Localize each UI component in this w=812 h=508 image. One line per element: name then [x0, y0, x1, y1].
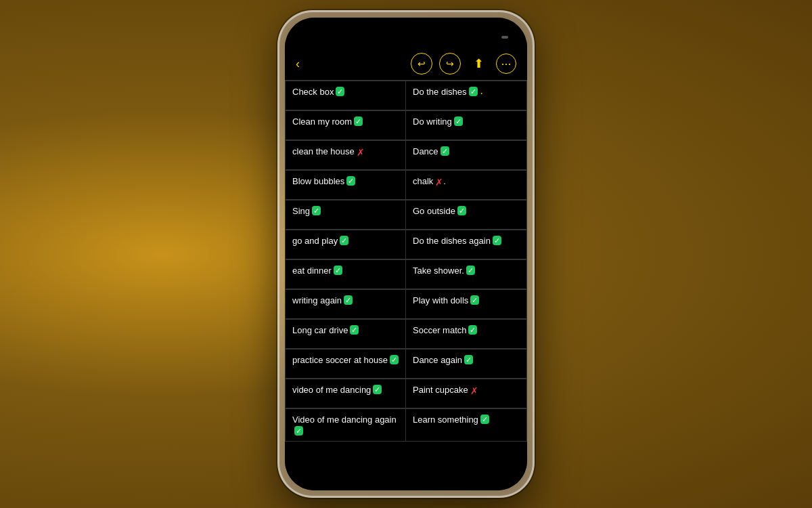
list-item: Paint cupcake✗ — [406, 379, 527, 408]
list-item: Video of me dancing again✓ — [285, 408, 406, 442]
list-item: clean the house✗ — [285, 140, 406, 170]
share-icon[interactable]: ⬆ — [468, 53, 489, 75]
check-icon: ✓ — [470, 295, 479, 305]
check-icon: ✓ — [457, 206, 466, 215]
nav-bar: ‹ ↩ ↪ ⬆ ··· — [285, 47, 527, 80]
check-icon: ✓ — [464, 355, 473, 364]
list-item: Go outside✓ — [406, 200, 527, 230]
check-icon: ✓ — [336, 87, 344, 96]
check-icon: ✓ — [441, 146, 449, 156]
check-icon: ✓ — [354, 117, 363, 126]
list-item: go and play✓ — [285, 230, 406, 259]
check-icon: ✓ — [469, 87, 478, 96]
phone-screen: ‹ ↩ ↪ ⬆ ··· Check box✓Do the dishes✓·Cle… — [285, 18, 527, 490]
back-button[interactable]: ‹ — [296, 57, 302, 71]
list-item: Check box✓ — [285, 81, 406, 110]
undo-icon[interactable]: ↩ — [411, 53, 432, 75]
list-item: Dance again✓ — [406, 349, 527, 379]
dot-icon: · — [480, 87, 483, 101]
chevron-left-icon: ‹ — [296, 57, 300, 71]
list-item: Long car drive✓ — [285, 319, 406, 349]
check-icon: ✓ — [312, 206, 321, 215]
phone-wrapper: ‹ ↩ ↪ ⬆ ··· Check box✓Do the dishes✓·Cle… — [277, 10, 535, 498]
list-item: Take shower.✓ — [406, 259, 527, 289]
check-icon: ✓ — [390, 355, 399, 364]
check-icon: ✓ — [454, 117, 463, 126]
list-item: Soccer match✓ — [406, 319, 527, 349]
check-icon: ✓ — [340, 236, 348, 245]
list-item: Do the dishes again✓ — [406, 230, 527, 259]
nav-icons: ↩ ↪ ⬆ ··· — [411, 53, 516, 75]
redo-icon[interactable]: ↪ — [439, 53, 461, 75]
status-bar — [285, 18, 527, 47]
list-item: Blow bubbles✓ — [285, 170, 406, 200]
content-area: Check box✓Do the dishes✓·Clean my room✓D… — [285, 80, 527, 490]
status-right — [499, 36, 508, 39]
list-item: Sing✓ — [285, 200, 406, 230]
check-icon: ✓ — [350, 325, 359, 335]
checklist-grid: Check box✓Do the dishes✓·Clean my room✓D… — [285, 80, 527, 442]
battery-badge — [501, 36, 508, 39]
check-icon: ✓ — [493, 236, 501, 245]
check-icon: ✓ — [294, 426, 303, 436]
list-item: Do the dishes✓· — [406, 81, 527, 110]
list-item: chalk✗. — [406, 170, 527, 200]
list-item: eat dinner✓ — [285, 259, 406, 289]
list-item: video of me dancing✓ — [285, 379, 406, 408]
list-item: Play with dolls✓ — [406, 289, 527, 319]
cross-icon: ✗ — [435, 176, 443, 188]
check-icon: ✓ — [344, 295, 353, 305]
check-icon: ✓ — [346, 176, 355, 186]
check-icon: ✓ — [480, 415, 489, 424]
more-icon[interactable]: ··· — [496, 54, 516, 74]
phone-case: ‹ ↩ ↪ ⬆ ··· Check box✓Do the dishes✓·Cle… — [277, 10, 535, 498]
check-icon: ✓ — [466, 266, 475, 275]
cross-icon: ✗ — [470, 385, 478, 397]
list-item: Learn something✓ — [406, 408, 527, 442]
check-icon: ✓ — [373, 385, 382, 394]
check-icon: ✓ — [334, 266, 342, 275]
list-item: Clean my room✓ — [285, 110, 406, 140]
list-item: writing again✓ — [285, 289, 406, 319]
list-item: Dance✓ — [406, 140, 527, 170]
cross-icon: ✗ — [357, 146, 365, 158]
check-icon: ✓ — [468, 325, 477, 335]
list-item: Do writing✓ — [406, 110, 527, 140]
list-item: practice soccer at house✓ — [285, 349, 406, 379]
